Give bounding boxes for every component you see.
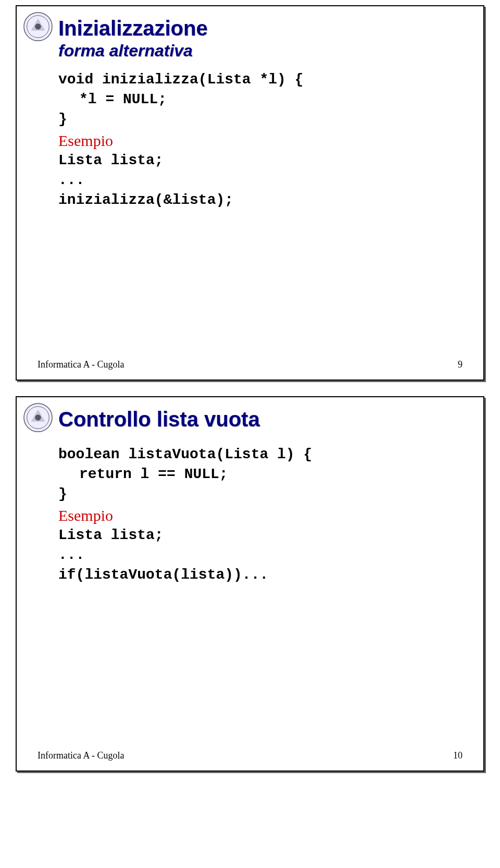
- footer-page-number: 10: [453, 750, 463, 761]
- footer-left: Informatica A - Cugola: [38, 359, 124, 370]
- code-line: Lista lista;: [58, 151, 463, 170]
- code-line: void inizializza(Lista *l) {: [58, 70, 463, 90]
- footer-left: Informatica A - Cugola: [38, 750, 124, 761]
- slide-2: Controllo lista vuota boolean listaVuota…: [16, 396, 484, 772]
- svg-point-2: [35, 23, 41, 30]
- seal-logo-icon: [23, 11, 53, 42]
- code-line: return l == NULL;: [79, 464, 463, 484]
- seal-logo-icon: [23, 402, 53, 433]
- example-label: Esempio: [58, 507, 463, 524]
- code-line: *l = NULL;: [79, 90, 463, 109]
- slide-title: Controllo lista vuota: [58, 408, 463, 431]
- code-line: }: [58, 484, 463, 504]
- code-line: ...: [58, 170, 463, 190]
- code-line: ...: [58, 545, 463, 565]
- example-label: Esempio: [58, 132, 463, 150]
- svg-point-5: [35, 414, 41, 421]
- footer-page-number: 9: [458, 359, 463, 370]
- slide-footer: Informatica A - Cugola 9: [38, 359, 463, 370]
- code-line: }: [58, 109, 463, 129]
- slide-1: Inizializzazione forma alternativa void …: [16, 5, 484, 381]
- slide-title: Inizializzazione: [58, 17, 463, 40]
- code-line: boolean listaVuota(Lista l) {: [58, 445, 463, 464]
- slide-subtitle: forma alternativa: [58, 41, 463, 60]
- code-line: inizializza(&lista);: [58, 190, 463, 210]
- code-line: if(listaVuota(lista))...: [58, 565, 463, 585]
- slide-footer: Informatica A - Cugola 10: [38, 750, 463, 761]
- code-line: Lista lista;: [58, 525, 463, 545]
